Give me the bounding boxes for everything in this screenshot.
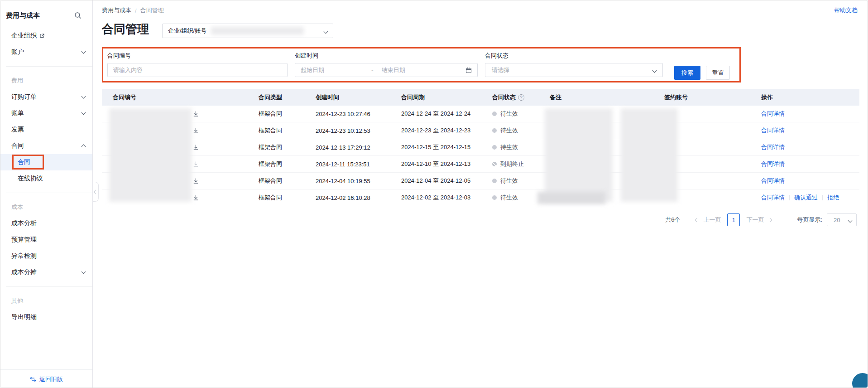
chevron-right-icon[interactable] <box>768 218 772 222</box>
start-date-input[interactable] <box>301 67 369 73</box>
column-header-created-time: 创建时间 <box>305 93 390 102</box>
period-cell: 2024-12-10 至 2024-12-13 <box>390 160 481 168</box>
sidebar-item-enterprise-org[interactable]: 企业组织 <box>0 28 92 44</box>
chevron-down-icon <box>848 218 853 223</box>
table-row: 框架合同 2024-12-11 15:23:51 2024-12-10 至 20… <box>102 156 859 173</box>
sidebar-item-invoice[interactable]: 发票 <box>0 121 92 138</box>
sidebar-divider <box>6 286 92 287</box>
contract-status-select[interactable]: 请选择 <box>485 63 663 77</box>
sidebar-item-account[interactable]: 账户 <box>0 44 92 60</box>
sidebar-collapse-handle[interactable] <box>93 182 99 202</box>
period-cell: 2024-12-04 至 2024-12-05 <box>390 177 481 185</box>
download-icon[interactable] <box>192 144 199 151</box>
column-header-signing-account: 签约账号 <box>653 93 750 102</box>
external-link-icon <box>39 33 45 39</box>
help-circle-icon[interactable]: ? <box>518 94 524 101</box>
sidebar-item-purchase-orders[interactable]: 订购订单 <box>0 89 92 105</box>
period-cell: 2024-12-02 至 2024-12-03 <box>390 194 481 202</box>
download-icon[interactable] <box>192 111 199 117</box>
download-icon[interactable] <box>192 127 199 134</box>
page-size-select[interactable]: 20 <box>827 213 857 226</box>
download-icon[interactable] <box>192 194 199 201</box>
calendar-icon <box>465 67 472 73</box>
reset-button[interactable]: 重置 <box>706 66 730 80</box>
table-row: 框架合同 2024-12-13 17:29:12 2024-12-15 至 20… <box>102 139 859 156</box>
page-size-value: 20 <box>834 217 840 223</box>
table-row: 框架合同 2024-12-23 10:12:53 2024-12-23 至 20… <box>102 122 859 139</box>
chevron-down-icon <box>82 111 86 115</box>
sidebar-item-cost-analysis[interactable]: 成本分析 <box>0 215 92 232</box>
table-row: 框架合同 2024-12-02 16:10:28 2024-12-02 至 20… <box>102 189 859 206</box>
breadcrumb-root[interactable]: 费用与成本 <box>102 6 131 15</box>
action-divider <box>822 195 823 200</box>
table-header-row: 合同编号 合同类型 创建时间 合同周期 合同状态 ? 备注 签约账号 操作 <box>102 89 859 106</box>
status-select-placeholder: 请选择 <box>492 66 509 74</box>
chevron-up-icon <box>82 145 86 149</box>
created-time-cell: 2024-12-04 10:19:55 <box>305 178 390 184</box>
download-icon[interactable] <box>192 178 199 184</box>
contract-type-cell: 框架合同 <box>248 143 305 151</box>
sidebar-item-budget-management[interactable]: 预算管理 <box>0 232 92 248</box>
help-doc-link[interactable]: 帮助文档 <box>834 6 858 15</box>
breadcrumb-current: 合同管理 <box>140 6 164 15</box>
sidebar-header: 费用与成本 <box>0 10 92 21</box>
sidebar-nav: 企业组织 账户 费用 订购订单 账单 发票 <box>0 28 92 325</box>
contract-type-cell: 框架合同 <box>248 126 305 135</box>
back-to-old-version-link[interactable]: 返回旧版 <box>0 369 92 388</box>
search-button[interactable]: 搜索 <box>674 66 700 80</box>
filter-panel: 合同编号 创建时间 - 合同状态 请选择 搜索 重置 <box>102 47 741 82</box>
created-time-cell: 2024-12-02 16:10:28 <box>305 194 390 201</box>
sidebar-item-export-details[interactable]: 导出明细 <box>0 309 92 325</box>
contract-detail-link[interactable]: 合同详情 <box>761 143 785 151</box>
sidebar-item-anomaly-detection[interactable]: 异常检测 <box>0 248 92 264</box>
chevron-down-icon <box>82 94 86 99</box>
floating-assistant-button[interactable] <box>852 373 868 388</box>
date-range-picker[interactable]: - <box>295 63 478 77</box>
status-terminated-icon <box>492 162 497 166</box>
status-dot-icon <box>492 179 497 183</box>
contract-detail-link[interactable]: 合同详情 <box>761 160 785 168</box>
table-row: 框架合同 2024-12-04 10:19:55 2024-12-04 至 20… <box>102 173 859 189</box>
created-time-cell: 2024-12-13 17:29:12 <box>305 144 390 151</box>
contract-type-cell: 框架合同 <box>248 160 305 168</box>
column-header-contract-type: 合同类型 <box>248 93 305 102</box>
column-header-remark: 备注 <box>539 93 653 102</box>
chevron-left-icon[interactable] <box>695 218 700 222</box>
reject-link[interactable]: 拒绝 <box>827 194 839 202</box>
contract-no-label: 合同编号 <box>107 52 288 60</box>
search-icon[interactable] <box>74 12 82 19</box>
status-cell: 待生效 <box>481 194 539 202</box>
status-cell: 待生效 <box>481 126 539 135</box>
chevron-down-icon <box>82 270 86 274</box>
next-page-button[interactable]: 下一页 <box>746 216 764 224</box>
end-date-input[interactable] <box>382 67 450 73</box>
sidebar-item-bills[interactable]: 账单 <box>0 105 92 121</box>
redacted-remark-text <box>537 192 605 204</box>
contract-detail-link[interactable]: 合同详情 <box>761 126 785 135</box>
status-dot-icon <box>492 145 497 150</box>
sidebar-divider <box>6 193 92 193</box>
download-icon-disabled <box>192 161 199 168</box>
contract-no-input[interactable] <box>107 63 288 77</box>
sidebar-item-online-agreement[interactable]: 在线协议 <box>0 170 92 187</box>
status-cell: 待生效 <box>481 143 539 151</box>
contract-detail-link[interactable]: 合同详情 <box>761 177 785 185</box>
confirm-approve-link[interactable]: 确认通过 <box>794 194 818 202</box>
contracts-table: 合同编号 合同类型 创建时间 合同周期 合同状态 ? 备注 签约账号 操作 框架… <box>102 89 859 206</box>
status-dot-icon <box>492 195 497 200</box>
contract-detail-link[interactable]: 合同详情 <box>761 110 785 118</box>
sidebar-section-cost: 成本 <box>0 199 92 215</box>
sidebar-item-cost-allocation[interactable]: 成本分摊 <box>0 264 92 281</box>
account-scope-select[interactable]: 企业/组织/账号 <box>162 24 333 38</box>
column-header-period: 合同周期 <box>390 93 481 102</box>
chevron-down-icon <box>324 29 328 34</box>
sidebar-item-contract[interactable]: 合同 <box>0 154 92 170</box>
prev-page-button[interactable]: 上一页 <box>703 216 721 224</box>
contract-detail-link[interactable]: 合同详情 <box>761 194 785 202</box>
breadcrumb-separator: / <box>135 7 137 14</box>
swap-arrows-icon <box>30 377 36 382</box>
sidebar-item-contract-group[interactable]: 合同 <box>0 138 92 154</box>
current-page-number[interactable]: 1 <box>727 213 740 226</box>
action-divider <box>789 195 790 200</box>
created-time-label: 创建时间 <box>295 52 478 60</box>
